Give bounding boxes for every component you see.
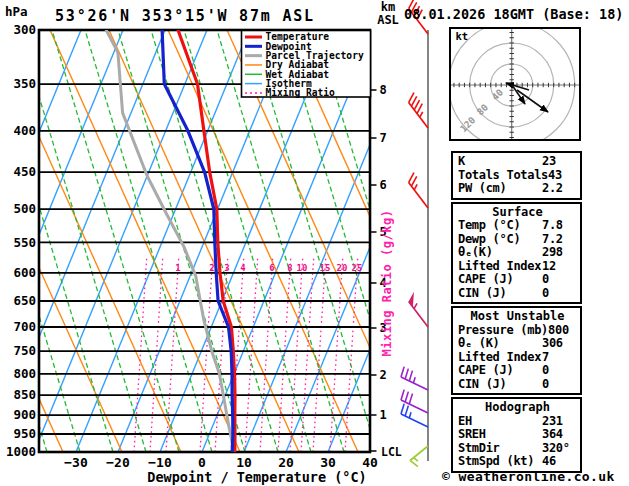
mixing-ratio-line — [290, 258, 303, 452]
x-axis-title: Dewpoint / Temperature (°C) — [97, 469, 417, 485]
panel-row-value: 7.8 — [542, 219, 563, 233]
temperature-tick-label: −20 — [106, 455, 130, 470]
panel-row-value: 0 — [542, 273, 549, 287]
mixing-ratio-line — [150, 258, 163, 452]
station-title: 53°26'N 353°15'W 87m ASL — [55, 7, 315, 25]
panel-row: StmSpd (kt)46 — [458, 455, 577, 469]
panel-section-title: Most Unstable — [458, 310, 577, 324]
panel-row: CIN (J)0 — [458, 287, 577, 301]
mixing-ratio-line — [330, 258, 343, 452]
panel-row: K23 — [458, 155, 577, 169]
wind-barb — [409, 173, 428, 208]
panel-row-value: 298 — [542, 246, 563, 260]
sounding-page: 12346810152025TemperatureDewpointParcel … — [0, 0, 629, 486]
pressure-tick-label: 600 — [13, 265, 36, 280]
panel-row: StmDir320° — [458, 442, 577, 456]
pressure-tick-label: 400 — [13, 123, 36, 138]
pressure-tick-label: 350 — [13, 76, 36, 91]
panel-row-value: 364 — [542, 428, 563, 442]
legend: TemperatureDewpointParcel TrajectoryDry … — [242, 31, 371, 99]
hodograph-unit-label: kt — [456, 30, 469, 42]
mixing-ratio-value-label: 6 — [269, 263, 274, 273]
panel-box: Most UnstablePressure (mb)800θₑ (K)306Li… — [451, 306, 582, 395]
panel-row: Temp (°C)7.8 — [458, 219, 577, 233]
panel-row-label: Lifted Index — [458, 260, 542, 274]
panel-row-value: 0 — [542, 364, 549, 378]
temperature-tick-label: 20 — [278, 455, 294, 470]
wind-barb — [410, 446, 428, 467]
panel-row-label: StmDir — [458, 442, 542, 456]
run-date: 08.01.2026 18GMT (Base: 18) — [404, 6, 623, 22]
km-tick-label: 8 — [380, 83, 387, 97]
panel-box: SurfaceTemp (°C)7.8Dewp (°C)7.2θₑ(K)298L… — [451, 202, 582, 305]
panel-row: Lifted Index12 — [458, 260, 577, 274]
panel-row-label: θₑ (K) — [458, 337, 542, 351]
pressure-tick-label: 950 — [13, 426, 36, 441]
km-tick-label: 1 — [380, 408, 387, 422]
panel-row-value: 12 — [542, 260, 556, 274]
hodograph: 4080120kt — [449, 22, 580, 148]
panel-row: Dewp (°C)7.2 — [458, 233, 577, 247]
panel-section-title: Surface — [458, 206, 577, 220]
panel-row-label: Dewp (°C) — [458, 233, 542, 247]
pressure-unit-label: hPa — [5, 4, 28, 19]
panel-row-value: 231 — [542, 415, 563, 429]
panel-row-value: 320° — [542, 442, 570, 456]
panel-row-label: Lifted Index — [458, 351, 542, 365]
km-tick-label: 6 — [380, 178, 387, 192]
mixing-ratio-value-label: 1 — [175, 263, 180, 273]
panel-row: CIN (J)0 — [458, 378, 577, 392]
wind-barb — [409, 93, 428, 128]
wet-adiabat-line — [85, 30, 212, 452]
panel-row: CAPE (J)0 — [458, 364, 577, 378]
wind-barb — [401, 390, 428, 413]
pressure-tick-label: 450 — [13, 164, 36, 179]
dry-adiabat-line — [0, 30, 4, 452]
pressure-tick-label: 650 — [13, 293, 36, 308]
legend-item-label: Mixing Ratio — [266, 87, 336, 98]
panel-section-title: Hodograph — [458, 401, 577, 415]
panel-row-label: StmSpd (kt) — [458, 455, 542, 469]
wind-barb — [409, 292, 428, 327]
pressure-tick-label: 750 — [13, 343, 36, 358]
pressure-tick-label: 700 — [13, 319, 36, 334]
pressure-tick-label: 800 — [13, 366, 36, 381]
panel-row: SREH364 — [458, 428, 577, 442]
panel-row-value: 46 — [542, 455, 556, 469]
temperature-tick-label: 40 — [362, 455, 378, 470]
panel-row-value: 0 — [542, 378, 549, 392]
panel-row-value: 43 — [548, 169, 562, 183]
mixing-ratio-value-label: 2 — [209, 263, 214, 273]
pressure-tick-label: 900 — [13, 407, 36, 422]
mixing-ratio-value-label: 25 — [352, 263, 363, 273]
temperature-tick-label: 0 — [198, 455, 206, 470]
altitude-unit-label: km ASL — [372, 1, 404, 27]
panel-row-label: CIN (J) — [458, 378, 542, 392]
data-panel: K23Totals Totals43PW (cm)2.2SurfaceTemp … — [451, 151, 582, 475]
temperature-tick-label: −30 — [64, 455, 88, 470]
pressure-tick-label: 850 — [13, 387, 36, 402]
pressure-tick-label: 550 — [13, 235, 36, 250]
panel-row-value: 7 — [542, 351, 549, 365]
panel-row: PW (cm)2.2 — [458, 182, 577, 196]
mixing-ratio-axis-label: Mixing Ratio (g/kg) — [380, 210, 394, 357]
panel-row: θₑ(K)298 — [458, 246, 577, 260]
panel-row: CAPE (J)0 — [458, 273, 577, 287]
isotherm-line — [0, 30, 81, 452]
panel-row: Lifted Index7 — [458, 351, 577, 365]
temperature-tick-label: −10 — [148, 455, 172, 470]
mixing-ratio-line — [200, 258, 213, 452]
panel-row-label: Totals Totals — [458, 169, 548, 183]
pressure-tick-label: 300 — [13, 22, 36, 37]
panel-row: θₑ (K)306 — [458, 337, 577, 351]
panel-row-label: PW (cm) — [458, 182, 542, 196]
panel-row-label: CAPE (J) — [458, 273, 542, 287]
km-tick-label: 2 — [380, 368, 387, 382]
wet-adiabat-line — [52, 30, 179, 452]
temperature-tick-label: 10 — [236, 455, 252, 470]
mixing-ratio-line — [134, 258, 147, 452]
mixing-ratio-value-label: 3 — [224, 263, 229, 273]
panel-row-label: CIN (J) — [458, 287, 542, 301]
panel-row-label: CAPE (J) — [458, 364, 542, 378]
panel-row-value: 7.2 — [542, 233, 563, 247]
